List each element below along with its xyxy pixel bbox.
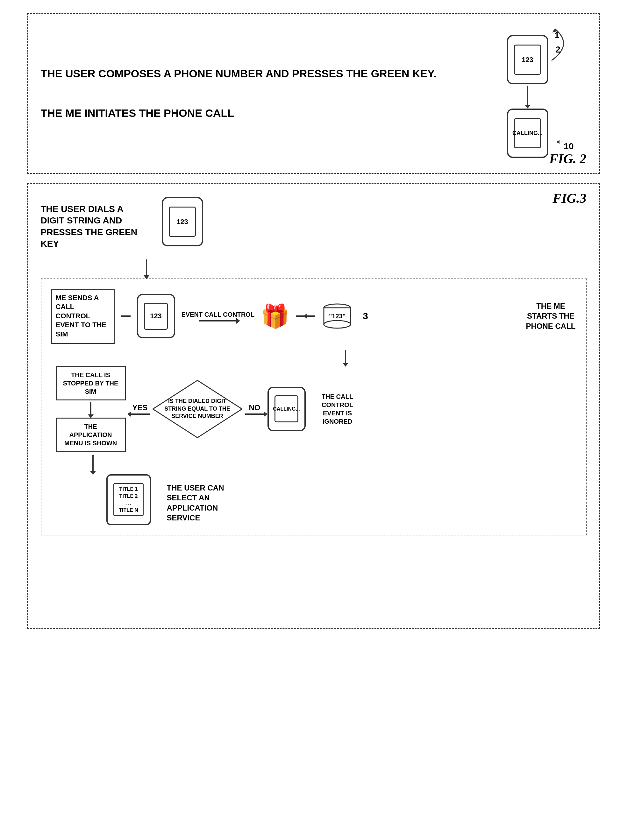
connector-down1 xyxy=(527,86,528,105)
fig3-mid-device-screen: 123 xyxy=(144,303,168,330)
fig3-diamond-row: THE CALL IS STOPPED BY THE SIM THE APPLI… xyxy=(51,366,577,452)
fig3-label: FIG.3 xyxy=(553,191,586,206)
fig3-me-starts-text: THE ME STARTS THE PHONE CALL xyxy=(525,301,577,331)
fig3-cylinder: "123" xyxy=(321,304,353,329)
bot-connector xyxy=(92,455,94,471)
diamond-text: IS THE DIALED DIGIT STRING EQUAL TO THE … xyxy=(150,398,245,420)
conn-pkg-down xyxy=(345,350,346,363)
connector-area-top xyxy=(146,260,586,275)
yes-arrow-group: YES xyxy=(131,403,150,415)
no-label: NO xyxy=(249,403,260,412)
fig3-bottom-flow: TITLE 1 TITLE 2 ... TITLE N THE USER CAN… xyxy=(92,455,577,525)
calling-device: CALLING... xyxy=(268,387,306,431)
fig3-top-flow: ME SENDS A CALL CONTROL EVENT TO THE SIM… xyxy=(51,289,577,344)
curved-arrow-svg xyxy=(548,25,577,64)
menu-device: TITLE 1 TITLE 2 ... TITLE N xyxy=(106,474,151,525)
package-icon: 🎁 xyxy=(261,305,290,327)
conn-stopped-arr xyxy=(88,414,94,418)
fig3-diamond: IS THE DIALED DIGIT STRING EQUAL TO THE … xyxy=(150,377,245,441)
menu-titleN: TITLE N xyxy=(119,507,138,513)
fig2-text-area: THE USER COMPOSES A PHONE NUMBER AND PRE… xyxy=(41,66,488,120)
yes-label: YES xyxy=(132,403,147,412)
conn-app-arr xyxy=(90,471,96,475)
fig3-app-menu-box: THE APPLICATION MENU IS SHOWN xyxy=(56,418,126,452)
no-arrow xyxy=(245,414,264,415)
event-arrow-head xyxy=(236,318,240,324)
no-side: NO CALLING... THE CALL CONTROL EVENT IS … xyxy=(245,387,363,431)
conn-stopped-down xyxy=(90,402,91,414)
calling-device-wrapper: CALLING... xyxy=(268,387,306,431)
menu-device-group: TITLE 1 TITLE 2 ... TITLE N THE USER CAN… xyxy=(106,474,230,525)
svg-marker-1 xyxy=(556,140,559,144)
device1: 123 xyxy=(507,35,548,84)
fig3-mid-device: 123 xyxy=(137,294,175,338)
arrow-down1 xyxy=(525,105,531,109)
page-container: THE USER COMPOSES A PHONE NUMBER AND PRE… xyxy=(27,13,600,629)
fig3-inner-dashed: ME SENDS A CALL CONTROL EVENT TO THE SIM… xyxy=(41,278,586,535)
device1-screen: 123 xyxy=(514,44,541,75)
fig3-top-text: THE USER DIALS A DIGIT STRING AND PRESSE… xyxy=(41,203,143,250)
fig3-event-label: EVENT CALL CONTROL xyxy=(181,311,255,318)
no-arrow-group: NO xyxy=(245,403,264,415)
fig3-stopped-box: THE CALL IS STOPPED BY THE SIM xyxy=(56,366,126,400)
menu-dots: ... xyxy=(126,500,132,506)
fig3-top-device-screen: 123 xyxy=(169,206,196,237)
event-arrow xyxy=(199,320,237,321)
calling-screen: CALLING... xyxy=(274,395,298,422)
conn-pkg-arr xyxy=(343,363,348,367)
conn-me-device xyxy=(121,315,131,317)
device2-screen: CALLING... xyxy=(514,118,541,148)
svg-point-4 xyxy=(324,321,351,328)
no-arrow-head xyxy=(264,411,268,417)
connector-pkg-diamond xyxy=(115,350,577,363)
svg-marker-0 xyxy=(552,29,557,33)
fig3-top: THE USER DIALS A DIGIT STRING AND PRESSE… xyxy=(41,197,586,250)
fig2-devices: 123 1 2 CA xyxy=(507,35,548,158)
event-arrow-group: EVENT CALL CONTROL xyxy=(181,311,255,321)
conn-app-down xyxy=(92,455,94,471)
fig3-panel: FIG.3 THE USER DIALS A DIGIT STRING AND … xyxy=(27,183,600,629)
fig2-panel: THE USER COMPOSES A PHONE NUMBER AND PRE… xyxy=(27,13,600,174)
fig3-me-sends-text: ME SENDS A CALL CONTROL EVENT TO THE SIM xyxy=(51,289,115,344)
fig3-top-device-wrapper: 123 xyxy=(162,197,203,246)
cylinder-text: "123" xyxy=(329,313,345,320)
device2-wrapper: CALLING... 10 xyxy=(507,109,548,158)
yes-arrow xyxy=(131,414,150,415)
fig3-user-select-text: THE USER CAN SELECT AN APPLICATION SERVI… xyxy=(167,483,230,523)
cyl-arr-head xyxy=(304,313,307,319)
menu-title1: TITLE 1 xyxy=(120,486,138,492)
fig3-top-device: 123 xyxy=(162,197,203,246)
fig2-text2: THE ME INITIATES THE PHONE CALL xyxy=(41,106,488,120)
fig3-yes-side: THE CALL IS STOPPED BY THE SIM THE APPLI… xyxy=(51,366,131,452)
menu-title2: TITLE 2 xyxy=(120,493,138,499)
device1-wrapper: 123 1 2 xyxy=(507,35,548,84)
yes-arrow-head xyxy=(128,411,131,417)
menu-screen: TITLE 1 TITLE 2 ... TITLE N xyxy=(113,483,143,516)
fig2-text1: THE USER COMPOSES A PHONE NUMBER AND PRE… xyxy=(41,66,488,80)
device2: CALLING... xyxy=(507,109,548,158)
fig2-label: FIG. 2 xyxy=(549,151,586,167)
connector-down-top xyxy=(146,260,147,275)
fig2-content: THE USER COMPOSES A PHONE NUMBER AND PRE… xyxy=(41,27,586,160)
label10-arrow-svg xyxy=(553,135,572,148)
cyl-to-pkg-arr xyxy=(296,315,315,317)
label-3: 3 xyxy=(363,311,368,321)
fig3-ignored-text: THE CALL CONTROL EVENT IS IGNORED xyxy=(312,392,363,426)
